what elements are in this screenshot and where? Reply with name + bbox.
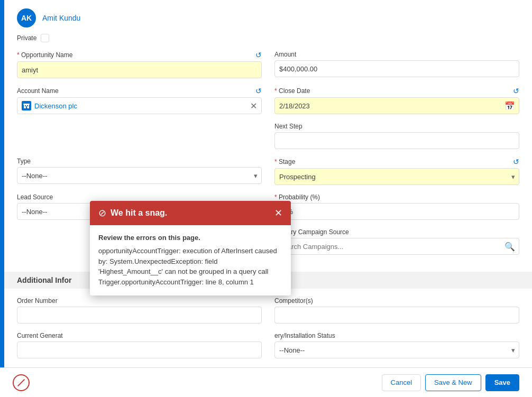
stage-select[interactable]: Prospecting bbox=[274, 168, 519, 185]
primary-campaign-field: Primary Campaign Source 🔍 bbox=[274, 228, 519, 255]
error-dialog: ⊘ We hit a snag. ✕ Review the errors on … bbox=[90, 201, 291, 296]
svg-rect-3 bbox=[26, 106, 27, 108]
building-icon bbox=[23, 103, 30, 109]
account-name-text: Dickenson plc bbox=[34, 102, 247, 110]
lead-source-label: Lead Source bbox=[17, 193, 262, 201]
account-name-undo-icon[interactable]: ↺ bbox=[255, 87, 262, 95]
current-generator-label: Current Generat bbox=[17, 332, 262, 339]
close-date-label: Close Date bbox=[274, 87, 310, 95]
amount-label-row: Amount bbox=[274, 51, 519, 58]
account-name-input[interactable]: Dickenson plc ✕ bbox=[17, 97, 262, 114]
next-step-input[interactable] bbox=[274, 132, 519, 149]
primary-campaign-search: 🔍 bbox=[274, 238, 519, 255]
search-icon[interactable]: 🔍 bbox=[505, 242, 515, 252]
stage-label: Stage bbox=[274, 158, 295, 165]
save-new-button[interactable]: Save & New bbox=[425, 374, 481, 391]
type-field: Type --None-- ▾ bbox=[17, 158, 262, 184]
additional-info-title: Additional Infor bbox=[17, 276, 71, 284]
competitors-input[interactable] bbox=[274, 307, 519, 324]
row-nextstep: Next Step bbox=[17, 123, 519, 149]
svg-rect-1 bbox=[25, 105, 26, 106]
next-step-field: Next Step bbox=[274, 123, 519, 149]
amount-field: Amount bbox=[274, 51, 519, 77]
row-account-closedate: Account Name ↺ Dickenson plc bbox=[17, 87, 519, 114]
sidebar-accent bbox=[0, 0, 4, 397]
delivery-select[interactable]: --None-- bbox=[274, 341, 519, 358]
opportunity-name-input[interactable] bbox=[17, 61, 262, 78]
no-entry-icon bbox=[13, 374, 30, 391]
close-date-undo-icon[interactable]: ↺ bbox=[513, 87, 519, 95]
user-name: Amit Kundu bbox=[42, 14, 80, 22]
type-select-wrapper: --None-- ▾ bbox=[17, 167, 262, 184]
row-opportunity-amount: Opportunity Name ↺ Amount bbox=[17, 51, 519, 78]
private-label: Private bbox=[17, 34, 36, 42]
svg-rect-4 bbox=[23, 104, 30, 105]
delivery-select-wrapper: --None-- ▾ bbox=[274, 341, 519, 358]
type-label: Type bbox=[17, 158, 262, 165]
probability-input[interactable] bbox=[274, 203, 519, 220]
footer-left bbox=[13, 374, 375, 391]
account-name-label: Account Name bbox=[17, 87, 59, 95]
user-row: AK Amit Kundu bbox=[17, 8, 519, 27]
competitors-label: Competitor(s) bbox=[274, 297, 519, 304]
order-number-input[interactable] bbox=[17, 307, 262, 324]
probability-label: Probability (%) bbox=[274, 193, 519, 201]
account-name-label-row: Account Name ↺ bbox=[17, 87, 262, 95]
opportunity-name-undo-icon[interactable]: ↺ bbox=[255, 51, 262, 59]
opportunity-name-label: Opportunity Name bbox=[17, 51, 72, 59]
primary-campaign-label: Primary Campaign Source bbox=[274, 228, 519, 236]
order-number-label: Order Number bbox=[17, 297, 262, 304]
error-close-button[interactable]: ✕ bbox=[274, 208, 282, 218]
amount-input[interactable] bbox=[274, 60, 519, 77]
account-name-field: Account Name ↺ Dickenson plc bbox=[17, 87, 262, 114]
current-generator-field: Current Generat bbox=[17, 332, 262, 358]
delivery-status-field: ery/Installation Status --None-- ▾ bbox=[274, 332, 519, 358]
cancel-button[interactable]: Cancel bbox=[382, 374, 421, 391]
error-dialog-body: Review the errors on this page. opportun… bbox=[90, 225, 291, 296]
footer: Cancel Save & New Save bbox=[0, 367, 532, 397]
row-type-stage: Type --None-- ▾ Stage ↺ Prospecting bbox=[17, 158, 519, 185]
error-dialog-header: ⊘ We hit a snag. ✕ bbox=[90, 201, 291, 225]
row-generator-delivery: Current Generat ery/Installation Status … bbox=[17, 332, 519, 358]
account-icon bbox=[22, 101, 31, 110]
delivery-status-label: ery/Installation Status bbox=[274, 332, 519, 339]
stage-field: Stage ↺ Prospecting ▾ bbox=[274, 158, 519, 185]
calendar-icon[interactable]: 📅 bbox=[505, 101, 515, 111]
current-generator-input[interactable] bbox=[17, 341, 262, 358]
competitors-field: Competitor(s) bbox=[274, 297, 519, 324]
close-date-input[interactable] bbox=[274, 97, 519, 114]
stage-select-wrapper: Prospecting ▾ bbox=[274, 168, 519, 185]
footer-actions: Cancel Save & New Save bbox=[382, 374, 519, 391]
amount-label: Amount bbox=[274, 51, 296, 58]
error-header-title: We hit a snag. bbox=[111, 208, 167, 218]
error-main-message: Review the errors on this page. bbox=[98, 234, 282, 242]
next-step-label: Next Step bbox=[274, 123, 519, 130]
svg-rect-2 bbox=[27, 105, 28, 106]
account-clear-icon[interactable]: ✕ bbox=[250, 101, 257, 111]
primary-campaign-input[interactable] bbox=[274, 238, 519, 255]
row-order-competitors: Order Number Competitor(s) bbox=[17, 297, 519, 324]
opportunity-name-label-row: Opportunity Name ↺ bbox=[17, 51, 262, 59]
type-select[interactable]: --None-- bbox=[17, 167, 262, 184]
probability-field: Probability (%) bbox=[274, 193, 519, 220]
error-header-left: ⊘ We hit a snag. bbox=[98, 207, 167, 219]
close-date-label-row: Close Date ↺ bbox=[274, 87, 519, 95]
error-detail-text: opportunityAccountTrigger: execution of … bbox=[98, 246, 282, 287]
close-date-field: Close Date ↺ 📅 bbox=[274, 87, 519, 114]
private-row: Private bbox=[17, 34, 519, 42]
close-date-wrapper: 📅 bbox=[274, 97, 519, 114]
save-button[interactable]: Save bbox=[485, 374, 519, 391]
avatar: AK bbox=[17, 8, 36, 27]
stage-undo-icon[interactable]: ↺ bbox=[513, 158, 519, 166]
stage-label-row: Stage ↺ bbox=[274, 158, 519, 166]
error-circle-icon: ⊘ bbox=[98, 207, 106, 219]
private-checkbox[interactable] bbox=[41, 34, 49, 42]
opportunity-name-field: Opportunity Name ↺ bbox=[17, 51, 262, 78]
order-number-field: Order Number bbox=[17, 297, 262, 324]
